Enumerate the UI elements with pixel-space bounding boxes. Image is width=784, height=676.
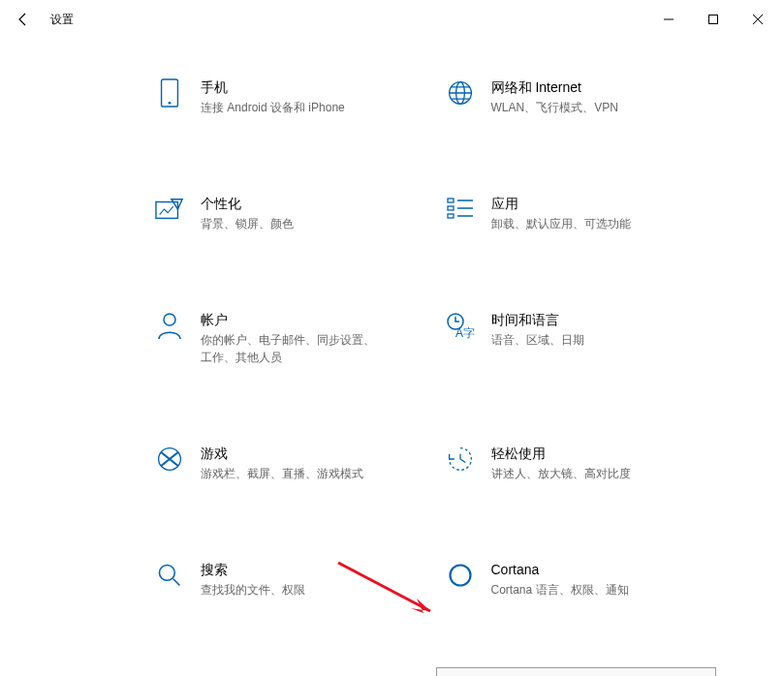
personalization-icon xyxy=(154,194,185,225)
tile-text: 轻松使用 讲述人、放大镜、高对比度 xyxy=(491,444,631,482)
svg-point-9 xyxy=(164,314,175,325)
tile-privacy[interactable]: 隐私 位置、相机、麦克风 xyxy=(145,667,426,676)
back-button[interactable] xyxy=(4,0,43,39)
tile-desc: 语音、区域、日期 xyxy=(491,331,584,349)
tile-desc: 讲述人、放大镜、高对比度 xyxy=(491,465,631,482)
tile-gaming[interactable]: 游戏 游戏栏、截屏、直播、游戏模式 xyxy=(145,435,426,491)
tile-title: Cortana xyxy=(491,560,629,579)
tile-text: 手机 连接 Android 设备和 iPhone xyxy=(201,77,345,116)
back-arrow-icon xyxy=(16,12,31,27)
tile-phone[interactable]: 手机 连接 Android 设备和 iPhone xyxy=(145,69,426,125)
tile-title: 搜索 xyxy=(201,560,305,579)
close-button[interactable] xyxy=(736,4,780,35)
svg-text:A字: A字 xyxy=(455,326,475,339)
svg-rect-0 xyxy=(709,15,718,24)
tile-time-language[interactable]: A字 时间和语言 语音、区域、日期 xyxy=(436,301,717,375)
tile-text: 帐户 你的帐户、电子邮件、同步设置、工作、其他人员 xyxy=(201,310,375,366)
gaming-icon xyxy=(154,444,185,475)
apps-icon xyxy=(445,194,476,225)
cortana-icon xyxy=(445,560,476,591)
svg-rect-8 xyxy=(448,214,454,218)
tile-desc: 背景、锁屏、颜色 xyxy=(201,215,294,232)
svg-rect-7 xyxy=(448,206,454,210)
tile-text: 游戏 游戏栏、截屏、直播、游戏模式 xyxy=(201,444,363,482)
window-controls xyxy=(646,4,780,35)
tile-desc: 你的帐户、电子邮件、同步设置、工作、其他人员 xyxy=(201,331,375,366)
settings-grid: 手机 连接 Android 设备和 iPhone 网络和 Internet WL… xyxy=(0,39,784,676)
globe-icon xyxy=(445,77,476,108)
tile-apps[interactable]: 应用 卸载、默认应用、可选功能 xyxy=(436,185,717,241)
svg-point-2 xyxy=(169,102,172,105)
tile-search[interactable]: 搜索 查找我的文件、权限 xyxy=(145,551,426,607)
tile-text: 时间和语言 语音、区域、日期 xyxy=(491,310,584,349)
tile-desc: 查找我的文件、权限 xyxy=(201,581,305,599)
maximize-icon xyxy=(708,15,718,24)
tile-desc: Cortana 语言、权限、通知 xyxy=(491,581,629,599)
search-icon xyxy=(154,560,185,591)
phone-icon xyxy=(154,77,185,108)
tile-title: 手机 xyxy=(201,77,345,97)
tile-text: 网络和 Internet WLAN、飞行模式、VPN xyxy=(491,77,618,116)
tile-title: 个性化 xyxy=(201,194,294,213)
titlebar: 设置 xyxy=(0,0,784,39)
svg-point-14 xyxy=(450,566,470,586)
tile-text: 搜索 查找我的文件、权限 xyxy=(201,560,305,599)
tile-title: 轻松使用 xyxy=(491,444,631,463)
window-title: 设置 xyxy=(50,12,74,28)
time-language-icon: A字 xyxy=(445,310,476,341)
tile-desc: WLAN、飞行模式、VPN xyxy=(491,99,618,116)
maximize-button[interactable] xyxy=(691,4,736,35)
minimize-button[interactable] xyxy=(646,4,691,35)
ease-of-access-icon xyxy=(445,444,476,475)
tile-text: 个性化 背景、锁屏、颜色 xyxy=(201,194,294,232)
tile-desc: 连接 Android 设备和 iPhone xyxy=(201,99,345,116)
tile-accounts[interactable]: 帐户 你的帐户、电子邮件、同步设置、工作、其他人员 xyxy=(145,301,426,375)
close-icon xyxy=(753,15,763,24)
tile-title: 游戏 xyxy=(201,444,363,463)
minimize-icon xyxy=(664,15,674,24)
tile-desc: 卸载、默认应用、可选功能 xyxy=(491,215,631,232)
tile-cortana[interactable]: Cortana Cortana 语言、权限、通知 xyxy=(436,551,717,607)
tile-title: 应用 xyxy=(491,194,631,213)
tile-ease-of-access[interactable]: 轻松使用 讲述人、放大镜、高对比度 xyxy=(436,435,717,491)
tile-title: 时间和语言 xyxy=(491,310,584,329)
tile-desc: 游戏栏、截屏、直播、游戏模式 xyxy=(201,465,363,482)
tile-title: 网络和 Internet xyxy=(491,77,618,97)
tile-text: 应用 卸载、默认应用、可选功能 xyxy=(491,194,631,232)
tile-update-security[interactable]: 更新和安全 Windows 更新、恢复、备份 xyxy=(436,667,717,676)
svg-rect-6 xyxy=(448,199,454,202)
person-icon xyxy=(154,310,185,341)
tile-text: Cortana Cortana 语言、权限、通知 xyxy=(491,560,629,599)
svg-point-13 xyxy=(160,566,175,581)
tile-personalization[interactable]: 个性化 背景、锁屏、颜色 xyxy=(145,185,426,241)
tile-network[interactable]: 网络和 Internet WLAN、飞行模式、VPN xyxy=(436,69,717,125)
tile-title: 帐户 xyxy=(201,310,375,329)
